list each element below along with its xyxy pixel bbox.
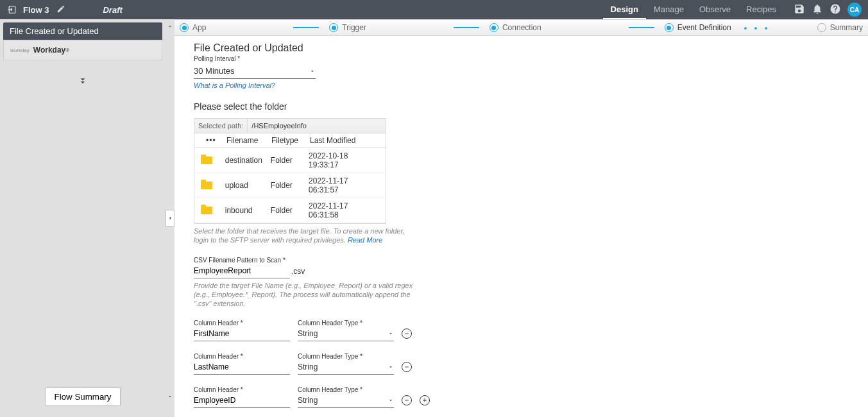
chevron-down-icon bbox=[387, 364, 394, 370]
scroll-down-icon[interactable] bbox=[167, 392, 173, 402]
svg-rect-2 bbox=[405, 367, 409, 368]
column-header-row: Column Header * Column Header Type * Str… bbox=[194, 386, 849, 408]
polling-interval-help-link[interactable]: What is a Polling Interval? bbox=[194, 81, 275, 89]
radio-filled-icon bbox=[329, 23, 338, 32]
svg-rect-3 bbox=[405, 400, 409, 401]
wizard-dots-icon: • • • bbox=[744, 23, 770, 33]
polling-interval-label: Polling Interval * bbox=[194, 55, 849, 62]
folder-row-type: Folder bbox=[271, 206, 309, 215]
column-header-label: Column Header * bbox=[194, 319, 290, 327]
pattern-extension: .csv bbox=[291, 267, 305, 278]
wizard-step-summary[interactable]: Summary bbox=[817, 23, 863, 32]
side-panel: File Created or Updated workday Workday®… bbox=[0, 19, 166, 417]
wizard-separator bbox=[293, 27, 319, 28]
remove-column-button[interactable] bbox=[402, 328, 412, 339]
remove-column-button[interactable] bbox=[402, 395, 412, 405]
scroll-up-icon[interactable] bbox=[167, 22, 173, 31]
save-icon[interactable] bbox=[794, 3, 805, 17]
svg-rect-1 bbox=[405, 334, 409, 334]
pattern-hint: Provide the target File Name (e.g., Empl… bbox=[194, 281, 418, 309]
nav-observe[interactable]: Observe bbox=[692, 0, 738, 19]
help-icon[interactable] bbox=[830, 3, 841, 17]
read-more-link[interactable]: Read More bbox=[348, 236, 382, 244]
flow-summary-button[interactable]: Flow Summary bbox=[45, 387, 121, 406]
folder-hint: Select the folder that receives the targ… bbox=[194, 226, 418, 245]
draft-label: Draft bbox=[103, 5, 122, 15]
chevron-down-icon bbox=[387, 397, 394, 404]
folder-row-modified: 2022-10-18 19:33:17 bbox=[309, 151, 379, 169]
chevron-down-icon bbox=[309, 68, 316, 74]
nav-design[interactable]: Design bbox=[603, 0, 646, 19]
folder-row-modified: 2022-11-17 06:31:57 bbox=[309, 176, 379, 194]
folder-row-name: inbound bbox=[225, 206, 271, 215]
column-header-label: Column Header * bbox=[194, 353, 290, 360]
import-icon[interactable] bbox=[6, 4, 18, 15]
panel-divider bbox=[166, 19, 174, 417]
folder-row-name: destination bbox=[225, 156, 271, 165]
folder-icon bbox=[201, 207, 212, 214]
selected-path-row: Selected path: /HSEmployeeInfo bbox=[194, 119, 386, 133]
collapse-handle[interactable] bbox=[166, 210, 174, 226]
folder-row-type: Folder bbox=[271, 156, 309, 165]
radio-filled-icon bbox=[665, 23, 674, 32]
column-header-label: Column Header * bbox=[194, 386, 290, 393]
nav-recipes[interactable]: Recipes bbox=[738, 0, 784, 19]
column-header-row: Column Header * Column Header Type * Str… bbox=[194, 319, 849, 341]
topbar: Flow 3 Draft Design Manage Observe Recip… bbox=[0, 0, 868, 19]
flow-name: Flow 3 bbox=[23, 5, 49, 15]
column-header-input[interactable] bbox=[194, 360, 290, 375]
nav-manage[interactable]: Manage bbox=[646, 0, 692, 19]
col-header-filetype[interactable]: Filetype bbox=[271, 136, 310, 145]
radio-filled-icon bbox=[180, 23, 189, 32]
breadcrumb-up[interactable]: ••• bbox=[206, 136, 216, 145]
wizard-step-connection[interactable]: Connection bbox=[489, 23, 541, 32]
column-header-row: Column Header * Column Header Type * Str… bbox=[194, 353, 849, 375]
side-card-app[interactable]: workday Workday® bbox=[3, 40, 162, 60]
add-column-button[interactable] bbox=[420, 395, 430, 405]
wizard-separator bbox=[629, 27, 654, 28]
folder-browser: Selected path: /HSEmployeeInfo ••• Filen… bbox=[194, 118, 386, 224]
column-header-type-label: Column Header Type * bbox=[298, 319, 394, 327]
chevron-down-icon bbox=[387, 330, 394, 337]
radio-empty-icon bbox=[817, 23, 826, 32]
event-title: File Created or Updated bbox=[194, 42, 849, 54]
folder-row-modified: 2022-11-17 06:31:58 bbox=[309, 201, 379, 219]
pattern-input[interactable] bbox=[194, 264, 290, 278]
pattern-label: CSV Filename Pattern to Scan * bbox=[194, 257, 849, 264]
folder-section-label: Please select the folder bbox=[194, 101, 849, 112]
wizard-step-app[interactable]: App bbox=[180, 23, 206, 32]
col-header-modified[interactable]: Last Modified bbox=[310, 136, 355, 145]
folder-row[interactable]: inbound Folder 2022-11-17 06:31:58 bbox=[194, 198, 386, 223]
wizard-step-trigger[interactable]: Trigger bbox=[329, 23, 366, 32]
column-header-type-select[interactable]: String bbox=[298, 393, 394, 408]
wizard-bar: App Trigger Connection Event Definition … bbox=[174, 19, 868, 36]
column-header-type-label: Column Header Type * bbox=[298, 386, 394, 393]
selected-path-value: /HSEmployeeInfo bbox=[248, 119, 311, 133]
expand-down-icon[interactable] bbox=[3, 76, 162, 89]
wizard-step-event-definition[interactable]: Event Definition bbox=[665, 23, 731, 32]
bell-icon[interactable] bbox=[812, 3, 823, 17]
polling-interval-select[interactable]: 30 Minutes bbox=[194, 64, 316, 79]
edit-icon[interactable] bbox=[56, 4, 65, 15]
side-card-title[interactable]: File Created or Updated bbox=[3, 22, 162, 40]
folder-row[interactable]: upload Folder 2022-11-17 06:31:57 bbox=[194, 173, 386, 198]
column-header-type-select[interactable]: String bbox=[298, 327, 394, 341]
col-header-filename[interactable]: Filename bbox=[226, 136, 271, 145]
remove-column-button[interactable] bbox=[402, 362, 412, 372]
folder-row[interactable]: destination Folder 2022-10-18 19:33:17 bbox=[194, 148, 386, 173]
avatar[interactable]: CA bbox=[847, 3, 862, 17]
folder-row-type: Folder bbox=[271, 181, 309, 190]
radio-filled-icon bbox=[489, 23, 498, 32]
folder-row-name: upload bbox=[225, 181, 271, 190]
column-header-type-select[interactable]: String bbox=[298, 360, 394, 375]
wizard-separator bbox=[454, 27, 479, 28]
folder-icon bbox=[201, 157, 212, 164]
column-header-type-label: Column Header Type * bbox=[298, 353, 394, 360]
folder-icon bbox=[201, 182, 212, 189]
top-nav: Design Manage Observe Recipes bbox=[603, 0, 784, 19]
column-header-input[interactable] bbox=[194, 327, 290, 341]
column-header-input[interactable] bbox=[194, 393, 290, 408]
